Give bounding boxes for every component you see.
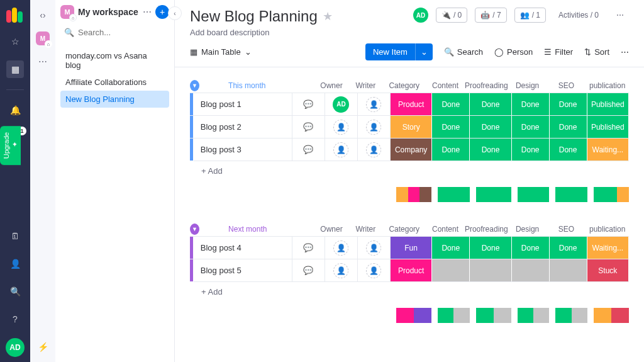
column-header[interactable]: SEO (547, 225, 586, 234)
person-filter-button[interactable]: ◯Person (494, 47, 533, 57)
column-header[interactable]: SEO (547, 81, 586, 90)
workspace-menu-icon[interactable]: ⋯ (143, 7, 152, 17)
sort-button[interactable]: ⇅Sort (584, 47, 609, 57)
search-icon[interactable]: 🔍 (6, 283, 24, 300)
integrations-chip[interactable]: 🤖/ 7 (475, 8, 506, 23)
column-header[interactable]: Design (508, 81, 547, 90)
column-header[interactable]: Category (383, 225, 426, 234)
calendar-icon[interactable]: 🗓 (6, 227, 24, 245)
column-header[interactable]: Writer (348, 81, 382, 90)
new-item-button[interactable]: New Item⌄ (365, 43, 433, 60)
item-name[interactable]: Blog post 3 (193, 139, 292, 161)
conversation-icon[interactable]: 💬 (292, 259, 325, 281)
board-menu-icon[interactable]: ⋯ (611, 8, 629, 22)
conversation-icon[interactable]: 💬 (292, 237, 325, 259)
board-owner-avatar[interactable]: AD (413, 8, 428, 23)
help-icon[interactable]: ? (6, 310, 24, 328)
grid-icon[interactable]: ▦ (6, 60, 24, 78)
status-cell[interactable]: Waiting... (587, 237, 628, 259)
monday-logo[interactable] (6, 5, 24, 23)
workspace-name[interactable]: My workspace (78, 7, 139, 17)
chevron-down-icon[interactable]: ⌄ (415, 43, 433, 60)
item-name[interactable]: Blog post 5 (193, 259, 292, 281)
add-item-button[interactable]: + Add (194, 281, 629, 302)
bell-icon[interactable]: 🔔 (6, 101, 24, 119)
sidebar-item-board[interactable]: Affiliate Collaborations (60, 74, 169, 91)
status-cell[interactable] (432, 259, 469, 281)
status-cell[interactable]: Waiting... (587, 139, 628, 161)
column-header[interactable]: Writer (348, 225, 382, 234)
status-cell[interactable]: Story (391, 116, 431, 138)
status-cell[interactable]: Done (432, 116, 469, 138)
status-cell[interactable]: Company (391, 139, 431, 161)
sidebar-item-board[interactable]: New Blog Planning (60, 91, 169, 108)
writer-placeholder-icon[interactable]: 👤 (366, 240, 381, 256)
code-icon[interactable]: ‹› (35, 8, 50, 23)
status-cell[interactable]: Done (550, 116, 587, 138)
table-row[interactable]: Blog post 5 💬 👤 👤 ProductStuck (190, 259, 629, 281)
status-cell[interactable]: Published (587, 93, 628, 115)
group-collapse-icon[interactable]: ▼ (190, 223, 199, 235)
members-chip[interactable]: 👥/ 1 (514, 8, 546, 23)
status-cell[interactable]: Done (432, 139, 469, 161)
upgrade-button[interactable]: Upgrade (0, 126, 21, 165)
activities-link[interactable]: Activities / 0 (553, 8, 604, 22)
column-header[interactable]: Content (426, 225, 465, 234)
collapse-sidebar-button[interactable]: ‹ (168, 6, 182, 20)
group-collapse-icon[interactable]: ▼ (190, 80, 199, 91)
item-name[interactable]: Blog post 4 (193, 237, 292, 259)
status-cell[interactable]: Done (512, 237, 549, 259)
group-title[interactable]: This month (223, 79, 314, 93)
more-icon[interactable]: ⋯ (35, 54, 50, 69)
status-cell[interactable]: Done (512, 116, 549, 138)
item-name[interactable]: Blog post 1 (193, 93, 292, 115)
search-button[interactable]: 🔍Search (444, 47, 483, 57)
column-header[interactable]: Proofreading (465, 225, 508, 234)
status-cell[interactable]: Done (550, 139, 587, 161)
person-add-icon[interactable]: 👤 (6, 255, 24, 273)
status-cell[interactable]: Done (550, 93, 587, 115)
conversation-icon[interactable]: 💬 (292, 93, 325, 115)
status-cell[interactable]: Done (470, 237, 511, 259)
board-title[interactable]: New Blog Planning (190, 8, 318, 25)
owner-placeholder-icon[interactable]: 👤 (333, 240, 348, 256)
item-name[interactable]: Blog post 2 (193, 116, 292, 138)
conversation-icon[interactable]: 💬 (292, 116, 325, 138)
sidebar-item-board[interactable]: monday.com vs Asana blog (60, 47, 169, 74)
workspace-icon[interactable]: M⌂ (60, 5, 74, 19)
status-cell[interactable]: Done (470, 139, 511, 161)
table-row[interactable]: Blog post 3 💬 👤 👤 CompanyDoneDoneDoneDon… (190, 138, 629, 161)
favorite-star-icon[interactable]: ★ (323, 9, 333, 23)
owner-placeholder-icon[interactable]: 👤 (333, 120, 348, 135)
owner-placeholder-icon[interactable]: 👤 (333, 263, 348, 278)
group-title[interactable]: Next month (223, 222, 314, 236)
status-cell[interactable]: Done (470, 116, 511, 138)
status-cell[interactable]: Published (587, 116, 628, 138)
bolt-icon[interactable]: ⚡ (35, 339, 50, 354)
status-cell[interactable]: Done (512, 93, 549, 115)
writer-placeholder-icon[interactable]: 👤 (366, 142, 381, 157)
status-cell[interactable]: Done (470, 93, 511, 115)
star-icon[interactable]: ☆ (6, 33, 24, 50)
conversation-icon[interactable]: 💬 (292, 139, 325, 161)
status-cell[interactable]: Done (432, 237, 469, 259)
board-description[interactable]: Add board description (190, 28, 333, 37)
writer-placeholder-icon[interactable]: 👤 (366, 97, 381, 112)
owner-avatar[interactable]: AD (333, 96, 349, 113)
status-cell[interactable]: Done (432, 93, 469, 115)
view-selector[interactable]: ▦Main Table⌄ (190, 47, 252, 57)
column-header[interactable]: Design (508, 225, 547, 234)
conversations-chip[interactable]: 🔌/ 0 (436, 8, 467, 23)
table-row[interactable]: Blog post 4 💬 👤 👤 FunDoneDoneDoneDoneWai… (190, 236, 629, 259)
sidebar-search[interactable]: 🔍 (60, 25, 169, 40)
owner-placeholder-icon[interactable]: 👤 (333, 142, 348, 157)
column-header[interactable]: publication (586, 225, 629, 234)
status-cell[interactable]: Fun (391, 237, 431, 259)
workspace-avatar[interactable]: M⌂ (36, 31, 50, 45)
toolbar-more-icon[interactable]: ⋯ (621, 47, 629, 57)
add-board-button[interactable]: + (155, 5, 169, 19)
writer-placeholder-icon[interactable]: 👤 (366, 120, 381, 135)
status-cell[interactable]: Done (550, 237, 587, 259)
status-cell[interactable]: Product (391, 93, 431, 115)
column-header[interactable]: Proofreading (465, 81, 508, 90)
